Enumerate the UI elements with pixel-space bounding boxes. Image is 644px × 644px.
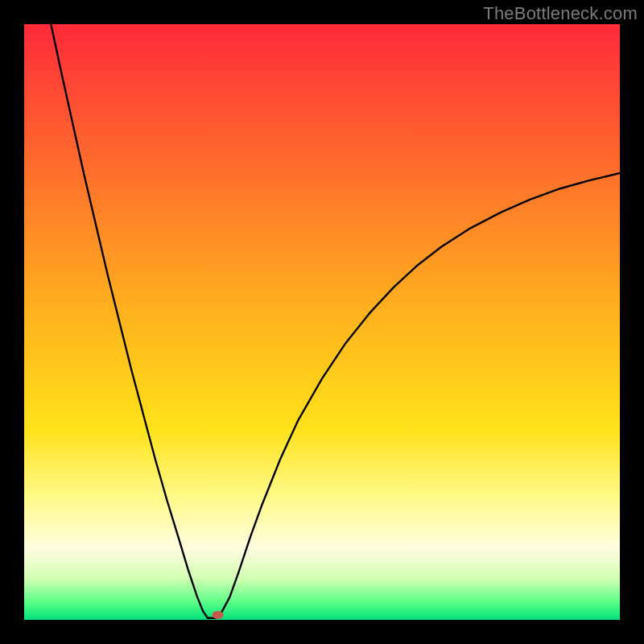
optimum-marker bbox=[213, 611, 224, 619]
chart-stage: TheBottleneck.com bbox=[0, 0, 644, 644]
plot-area bbox=[24, 24, 620, 620]
gradient-background bbox=[24, 24, 620, 620]
attribution-text: TheBottleneck.com bbox=[483, 3, 638, 24]
bottleneck-chart bbox=[24, 24, 620, 620]
